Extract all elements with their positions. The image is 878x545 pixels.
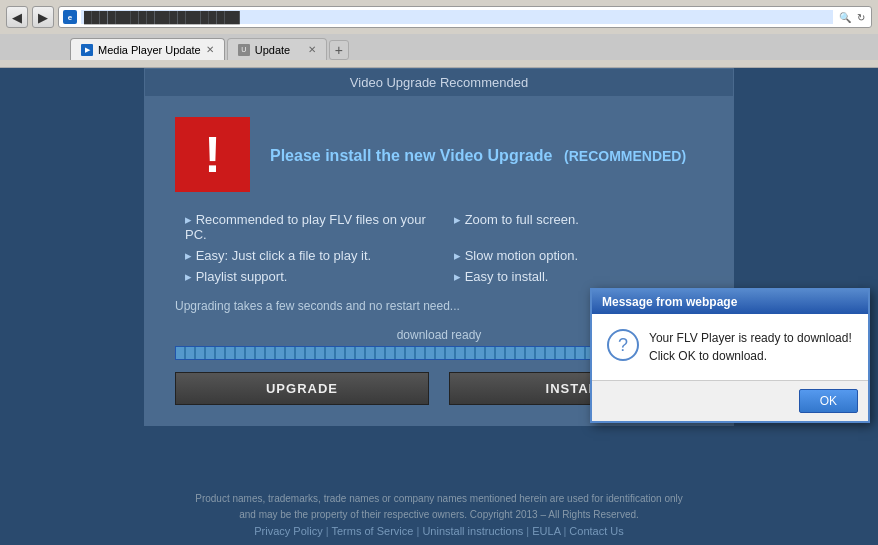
tab2-label: Update xyxy=(255,44,290,56)
uninstall-instructions-link[interactable]: Uninstall instructions xyxy=(422,525,523,537)
tab2-close-button[interactable]: ✕ xyxy=(308,44,316,55)
footer-disclaimer-2: and may be the property of their respect… xyxy=(20,509,858,520)
dialog-message-line1: Your FLV Player is ready to download! xyxy=(649,329,852,347)
dialog-body: ? Your FLV Player is ready to download! … xyxy=(592,314,868,380)
page-footer: Product names, trademarks, trade names o… xyxy=(0,485,878,545)
tab1-close-button[interactable]: ✕ xyxy=(206,44,214,55)
tab1-label: Media Player Update xyxy=(98,44,201,56)
address-bar[interactable]: e ████████████████████ 🔍 ↻ xyxy=(58,6,872,28)
contact-us-link[interactable]: Contact Us xyxy=(569,525,623,537)
upgrade-button[interactable]: UPGRADE xyxy=(175,372,429,405)
footer-disclaimer-1: Product names, trademarks, trade names o… xyxy=(20,493,858,504)
feature-4: Slow motion option. xyxy=(454,248,703,263)
feature-3: Easy: Just click a file to play it. xyxy=(185,248,434,263)
features-list: Recommended to play FLV files on your PC… xyxy=(175,212,703,284)
dialog-ok-button[interactable]: OK xyxy=(799,389,858,413)
refresh-icon[interactable]: ↻ xyxy=(855,11,867,24)
feature-6: Easy to install. xyxy=(454,269,703,284)
tab1-favicon: ▶ xyxy=(81,44,93,56)
card-recommended: (RECOMMENDED) xyxy=(564,148,686,164)
feature-1: Recommended to play FLV files on your PC… xyxy=(185,212,434,242)
browser-chrome: ◀ ▶ e ████████████████████ 🔍 ↻ ▶ Media P… xyxy=(0,0,878,68)
privacy-policy-link[interactable]: Privacy Policy xyxy=(254,525,322,537)
back-button[interactable]: ◀ xyxy=(6,6,28,28)
browser-tabs: ▶ Media Player Update ✕ U Update ✕ + xyxy=(0,34,878,60)
terms-of-service-link[interactable]: Terms of Service xyxy=(331,525,413,537)
footer-links: Privacy Policy | Terms of Service | Unin… xyxy=(20,525,858,537)
dialog-buttons: OK xyxy=(592,380,868,421)
address-text: ████████████████████ xyxy=(81,10,833,24)
dialog-message: Your FLV Player is ready to download! Cl… xyxy=(649,329,852,365)
dialog-titlebar: Message from webpage xyxy=(592,290,868,314)
feature-5: Playlist support. xyxy=(185,269,434,284)
browser-toolbar: ◀ ▶ e ████████████████████ 🔍 ↻ xyxy=(0,0,878,34)
card-header: Video Upgrade Recommended xyxy=(145,69,733,97)
warning-icon: ! xyxy=(175,117,250,192)
tab2-favicon: U xyxy=(238,44,250,56)
new-tab-button[interactable]: + xyxy=(329,40,349,60)
dialog-message-line2: Click OK to download. xyxy=(649,347,852,365)
feature-2: Zoom to full screen. xyxy=(454,212,703,242)
card-title-row: ! Please install the new Video Upgrade (… xyxy=(175,117,703,192)
tab-media-player-update[interactable]: ▶ Media Player Update ✕ xyxy=(70,38,225,60)
card-title-text: Please install the new Video Upgrade (RE… xyxy=(270,143,686,166)
forward-button[interactable]: ▶ xyxy=(32,6,54,28)
dialog-overlay: Message from webpage ? Your FLV Player i… xyxy=(590,288,870,423)
card-title: Please install the new Video Upgrade (RE… xyxy=(270,143,686,166)
card-title-main: Please install the new Video Upgrade xyxy=(270,147,552,164)
search-icon[interactable]: 🔍 xyxy=(837,11,853,24)
page-content: Video Upgrade Recommended ! Please insta… xyxy=(0,68,878,545)
tab-update[interactable]: U Update ✕ xyxy=(227,38,327,60)
address-favicon: e xyxy=(63,10,77,24)
eula-link[interactable]: EULA xyxy=(532,525,560,537)
address-icons: 🔍 ↻ xyxy=(837,11,867,24)
dialog-question-icon: ? xyxy=(607,329,639,361)
